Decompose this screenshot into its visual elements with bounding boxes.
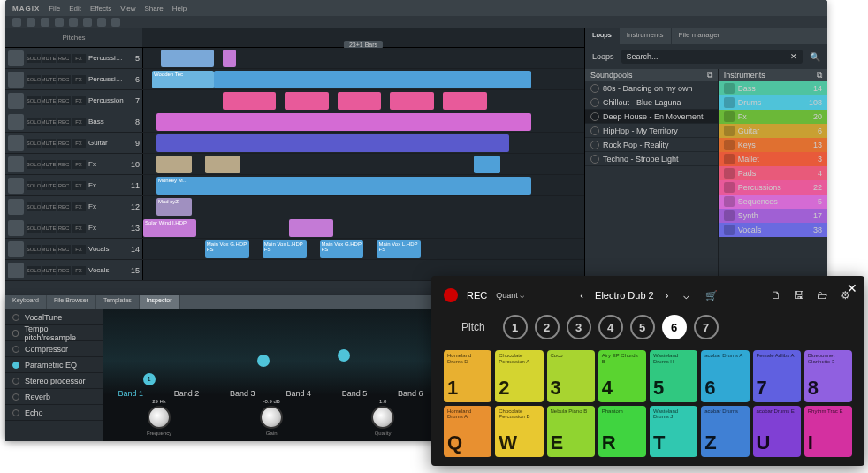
instrument-item[interactable]: Bass14	[719, 81, 827, 95]
menu-file[interactable]: File	[49, 4, 60, 12]
track-mute-button[interactable]: MUTE	[42, 202, 56, 211]
pad-button[interactable]: Homeland Drums D1	[444, 350, 491, 402]
eq-knob[interactable]: 1.0Quality	[371, 399, 394, 436]
soundpool-item[interactable]: HipHop - My Territory	[585, 124, 718, 138]
tab-keyboard[interactable]: Keyboard	[5, 295, 47, 309]
open-icon[interactable]: 🗁	[815, 288, 829, 302]
knob-dial[interactable]	[371, 406, 394, 429]
track-solo-button[interactable]: SOLO	[27, 160, 41, 169]
eq-knob[interactable]: 29 HzFrequency	[147, 399, 171, 436]
fx-toggle-icon[interactable]	[12, 409, 19, 416]
audio-clip[interactable]	[156, 134, 509, 152]
track-lane[interactable]: Solar Wind I.HDP	[142, 217, 584, 238]
track-mute-button[interactable]: MUTE	[42, 160, 56, 169]
track-mute-button[interactable]: MUTE	[42, 54, 56, 63]
audio-clip[interactable]: Solar Wind I.HDP	[143, 219, 196, 237]
new-icon[interactable]: 🗋	[769, 288, 783, 302]
audio-clip[interactable]	[223, 92, 276, 110]
pad-button[interactable]: acobar DrumsZ	[701, 406, 749, 458]
tool-icon[interactable]	[27, 18, 35, 27]
audio-clip[interactable]: Mad xyZ	[156, 198, 192, 216]
tool-icon[interactable]	[83, 18, 92, 27]
tab-filebrowser[interactable]: File Browser	[47, 295, 96, 309]
track-mute-button[interactable]: MUTE	[42, 245, 56, 254]
track-lane[interactable]	[142, 90, 584, 111]
eq-node-2[interactable]	[257, 355, 270, 367]
track-rec-button[interactable]: REC	[57, 96, 71, 105]
track-solo-button[interactable]: SOLO	[27, 118, 41, 126]
tool-icon[interactable]	[111, 18, 120, 27]
audio-clip[interactable]: Main Vox L.HDP FS	[263, 240, 307, 258]
audio-clip[interactable]	[289, 219, 333, 237]
pads-pitch-button[interactable]: 7	[694, 315, 719, 339]
instrument-item[interactable]: Pads4	[719, 166, 827, 180]
track-fx-button[interactable]: FX	[72, 224, 86, 233]
track-rec-button[interactable]: REC	[57, 245, 71, 254]
audio-clip[interactable]	[214, 71, 531, 88]
pads-pitch-button[interactable]: 3	[567, 315, 591, 339]
track-fx-button[interactable]: FX	[72, 202, 86, 211]
soundpool-item[interactable]: Deep House - En Movement	[585, 110, 718, 124]
pad-button[interactable]: Wasteland Drums H5	[650, 350, 697, 402]
track-rec-button[interactable]: REC	[57, 202, 71, 211]
soundpool-item[interactable]: Techno - Strobe Light	[585, 152, 718, 166]
audio-clip[interactable]: Main Vox L.HDP FS	[377, 240, 421, 258]
fx-item[interactable]: Tempo pitch/resample	[5, 325, 103, 341]
menu-share[interactable]: Share	[144, 4, 163, 12]
eq-band-tab[interactable]: Band 4	[286, 389, 311, 398]
track-rec-button[interactable]: REC	[57, 266, 71, 275]
audio-clip[interactable]	[161, 50, 214, 67]
track-rec-button[interactable]: REC	[57, 224, 71, 233]
track-lane[interactable]: Monkey M…	[142, 175, 584, 195]
menu-effects[interactable]: Effects	[90, 4, 111, 12]
tool-icon[interactable]	[69, 18, 78, 27]
eq-band-tab[interactable]: Band 2	[174, 389, 200, 398]
audio-clip[interactable]	[443, 92, 487, 110]
audio-clip[interactable]	[474, 156, 500, 173]
track-rec-button[interactable]: REC	[57, 139, 71, 148]
pad-button[interactable]: Chocolate Percussion BW	[495, 406, 543, 458]
track-fx-button[interactable]: FX	[72, 139, 86, 148]
filter-icon[interactable]: ⧉	[707, 71, 712, 80]
track-solo-button[interactable]: SOLO	[27, 202, 41, 211]
pad-button[interactable]: Rhythm Trac EI	[804, 406, 852, 458]
track-solo-button[interactable]: SOLO	[27, 96, 41, 105]
eq-knob[interactable]: -0.9 dBGain	[260, 399, 283, 436]
knob-dial[interactable]	[148, 406, 171, 429]
instrument-item[interactable]: Vocals38	[719, 223, 827, 237]
track-mute-button[interactable]: MUTE	[42, 266, 56, 275]
track-header[interactable]: SOLOMUTERECFXGuitar9	[5, 133, 142, 153]
tool-icon[interactable]	[97, 18, 106, 27]
soundpool-item[interactable]: Rock Pop - Reality	[585, 138, 718, 152]
pad-button[interactable]: PhantomR	[598, 406, 646, 458]
audio-clip[interactable]	[156, 113, 531, 131]
fx-item[interactable]: Echo	[5, 405, 103, 421]
track-fx-button[interactable]: FX	[72, 75, 86, 84]
instrument-item[interactable]: Guitar6	[719, 124, 827, 138]
shop-icon[interactable]: 🛒	[705, 290, 718, 301]
track-header[interactable]: SOLOMUTERECFXPercussions6	[5, 69, 142, 89]
track-fx-button[interactable]: FX	[72, 181, 86, 190]
search-icon[interactable]: 🔍	[810, 52, 820, 62]
audio-clip[interactable]: Monkey M…	[156, 177, 531, 195]
pad-button[interactable]: Wasteland Drums JT	[650, 406, 697, 458]
track-fx-button[interactable]: FX	[72, 160, 86, 169]
instrument-item[interactable]: Mallet3	[719, 152, 827, 166]
preset-prev-button[interactable]: ‹	[575, 289, 588, 301]
fx-toggle-icon[interactable]	[12, 330, 19, 337]
fx-item[interactable]: Parametric EQ	[5, 357, 103, 373]
tool-icon[interactable]	[12, 18, 21, 27]
track-lane[interactable]	[142, 111, 584, 132]
track-header[interactable]: SOLOMUTERECFXFx10	[5, 154, 142, 174]
track-fx-button[interactable]: FX	[72, 245, 86, 254]
track-solo-button[interactable]: SOLO	[27, 181, 41, 190]
eq-node-1[interactable]: 1	[143, 373, 156, 385]
track-solo-button[interactable]: SOLO	[27, 245, 41, 254]
track-lane[interactable]: Mad xyZ	[142, 196, 584, 217]
fx-toggle-icon[interactable]	[12, 378, 19, 385]
tool-icon[interactable]	[41, 18, 49, 27]
track-solo-button[interactable]: SOLO	[27, 139, 41, 148]
track-header[interactable]: SOLOMUTERECFXVocals15	[5, 260, 142, 280]
track-rec-button[interactable]: REC	[57, 75, 71, 84]
fx-item[interactable]: VocalTune	[5, 309, 103, 325]
